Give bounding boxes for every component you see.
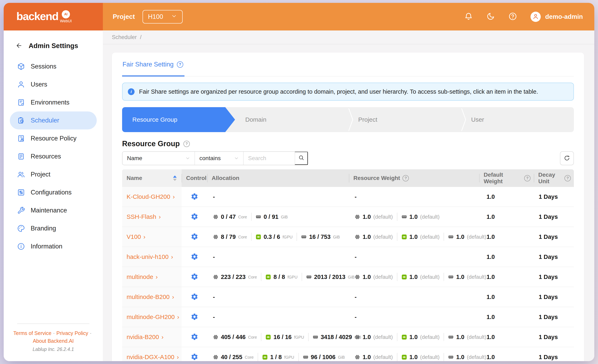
gpu-icon bbox=[262, 354, 268, 360]
allocation-cell: - bbox=[207, 287, 349, 307]
table-row: multinode › 223 / 223Core8 / 8fGPU2013 /… bbox=[122, 267, 574, 287]
sidebar-item-users[interactable]: Users bbox=[10, 75, 97, 93]
mem-chip: 1.0(default) bbox=[401, 214, 440, 220]
info-circle-icon bbox=[17, 242, 25, 250]
row-settings-button[interactable] bbox=[191, 293, 198, 301]
topbar: Project H100 demo-admin bbox=[103, 3, 594, 31]
bell-icon bbox=[464, 12, 473, 21]
row-settings-button[interactable] bbox=[191, 213, 198, 221]
gear-icon bbox=[191, 193, 198, 201]
sidebar-item-scheduler[interactable]: Scheduler bbox=[10, 111, 97, 129]
column-help-icon[interactable]: ? bbox=[565, 175, 571, 181]
mem-value: 1.0 bbox=[456, 274, 464, 280]
gpu-value: 1.0 bbox=[409, 233, 418, 240]
breadcrumb-scheduler[interactable]: Scheduler bbox=[112, 34, 137, 41]
footer-links: Terms of Service·Privacy Policy· About B… bbox=[12, 329, 94, 345]
step-user[interactable]: User bbox=[461, 107, 574, 132]
tab-fair-share-setting[interactable]: Fair Share Setting ? bbox=[122, 61, 184, 76]
row-settings-button[interactable] bbox=[191, 253, 198, 261]
sidebar-item-branding[interactable]: Branding bbox=[10, 219, 97, 237]
filter-operator-select[interactable]: contains bbox=[194, 152, 243, 165]
sidebar-item-label: Environments bbox=[31, 99, 70, 106]
row-settings-button[interactable] bbox=[191, 193, 198, 201]
row-settings-button[interactable] bbox=[191, 333, 198, 341]
column-help-icon[interactable]: ? bbox=[402, 175, 409, 181]
breadcrumb-separator: / bbox=[140, 34, 142, 41]
project-select[interactable]: H100 bbox=[142, 10, 183, 24]
resource-group-link[interactable]: multinode-GH200 › bbox=[127, 314, 179, 321]
cpu-default-note: (default) bbox=[373, 214, 393, 220]
sidebar-item-information[interactable]: Information bbox=[10, 237, 97, 256]
resource-group-link[interactable]: nvidia-DGX-A100 › bbox=[127, 354, 179, 361]
resource-group-link[interactable]: SSH-Flash › bbox=[127, 213, 161, 220]
chevron-right-icon: › bbox=[159, 214, 161, 220]
tab-help-icon[interactable]: ? bbox=[177, 61, 183, 68]
help-button[interactable] bbox=[508, 12, 517, 21]
resource-weight-cell: 1.0(default)1.0(default)1.0(default) bbox=[349, 327, 479, 347]
decay-unit-cell: 1 Days bbox=[534, 347, 574, 361]
notifications-button[interactable] bbox=[464, 12, 473, 21]
decay-unit-cell: 1 Days bbox=[534, 187, 574, 207]
mem-unit: GiB bbox=[338, 355, 345, 361]
resource-group-link[interactable]: V100 › bbox=[127, 233, 145, 240]
cpu-icon bbox=[355, 274, 360, 280]
cpu-default-note: (default) bbox=[373, 334, 393, 340]
row-settings-button[interactable] bbox=[191, 353, 198, 361]
resource-group-link[interactable]: multinode-B200 › bbox=[127, 293, 174, 300]
refresh-button[interactable] bbox=[560, 151, 574, 165]
column-header-name[interactable]: Name bbox=[122, 169, 182, 187]
row-settings-button[interactable] bbox=[191, 233, 198, 241]
resource-group-link[interactable]: K-Cloud-GH200 › bbox=[127, 193, 175, 200]
filter-field-select[interactable]: Name bbox=[123, 152, 194, 165]
resource-group-link[interactable]: multinode › bbox=[127, 273, 158, 280]
sidebar-item-maintenance[interactable]: Maintenance bbox=[10, 201, 97, 219]
back-button[interactable] bbox=[16, 42, 23, 50]
back-arrow-icon bbox=[16, 42, 23, 50]
gpu-default-note: (default) bbox=[420, 274, 440, 280]
user-menu[interactable]: demo-admin bbox=[531, 12, 583, 22]
sidebar-item-project[interactable]: Project bbox=[10, 165, 97, 183]
sort-icon[interactable] bbox=[173, 175, 177, 181]
ram-icon bbox=[448, 274, 454, 280]
sidebar-item-environments[interactable]: Environments bbox=[10, 93, 97, 111]
about-backendai-link[interactable]: About Backend.AI bbox=[33, 338, 74, 344]
resource-weight-cell: 1.0(default)1.0(default) bbox=[349, 207, 479, 227]
sidebar-item-resource-policy[interactable]: Resource Policy bbox=[10, 129, 97, 148]
sidebar-item-sessions[interactable]: Sessions bbox=[10, 58, 97, 75]
sidebar-item-label: Resource Policy bbox=[31, 135, 76, 142]
terms-of-service-link[interactable]: Terms of Service bbox=[13, 330, 51, 336]
column-help-icon[interactable]: ? bbox=[524, 175, 531, 181]
sidebar-item-configurations[interactable]: Configurations bbox=[10, 183, 97, 201]
app-window: backend AI WebUI Admin Settings Sessions… bbox=[4, 3, 594, 361]
privacy-policy-link[interactable]: Privacy Policy bbox=[57, 330, 88, 336]
row-settings-button[interactable] bbox=[191, 273, 198, 281]
step-project[interactable]: Project bbox=[348, 107, 461, 132]
control-cell bbox=[182, 307, 207, 327]
step-domain[interactable]: Domain bbox=[235, 107, 348, 132]
username-label: demo-admin bbox=[545, 13, 583, 20]
breadcrumb: Scheduler / bbox=[103, 31, 594, 44]
table-row: SSH-Flash › 0 / 47Core0 / 91GiB 1.0(defa… bbox=[122, 207, 574, 227]
chevron-right-icon: › bbox=[161, 334, 163, 340]
cpu-chip: 8 / 79Core bbox=[213, 233, 247, 240]
allocation-cell: - bbox=[207, 307, 349, 327]
sidebar-item-resources[interactable]: Resources bbox=[10, 148, 97, 165]
column-header-default-weight: Default Weight ? bbox=[479, 169, 534, 187]
step-label: Domain bbox=[245, 116, 266, 123]
search-filter: Name contains bbox=[122, 151, 308, 165]
theme-toggle-button[interactable] bbox=[486, 12, 495, 21]
step-resource-group[interactable]: Resource Group bbox=[122, 107, 235, 132]
resource-group-link[interactable]: hack-univ-h100 › bbox=[127, 253, 173, 260]
name-cell: multinode-B200 › bbox=[122, 287, 182, 307]
resource-group-link[interactable]: nvidia-B200 › bbox=[127, 333, 163, 340]
step-separator bbox=[348, 107, 353, 132]
row-settings-button[interactable] bbox=[191, 313, 198, 321]
cpu-icon bbox=[355, 234, 360, 240]
search-button[interactable] bbox=[295, 152, 308, 165]
section-help-icon[interactable]: ? bbox=[183, 141, 190, 147]
search-input[interactable] bbox=[244, 152, 295, 165]
mem-value: 96 / 1006 bbox=[311, 354, 336, 361]
info-banner-text: Fair Share settings are organized per re… bbox=[139, 88, 538, 95]
mem-chip: 96 / 1006GiB bbox=[303, 354, 345, 361]
cpu-chip: 1.0(default) bbox=[355, 233, 393, 240]
